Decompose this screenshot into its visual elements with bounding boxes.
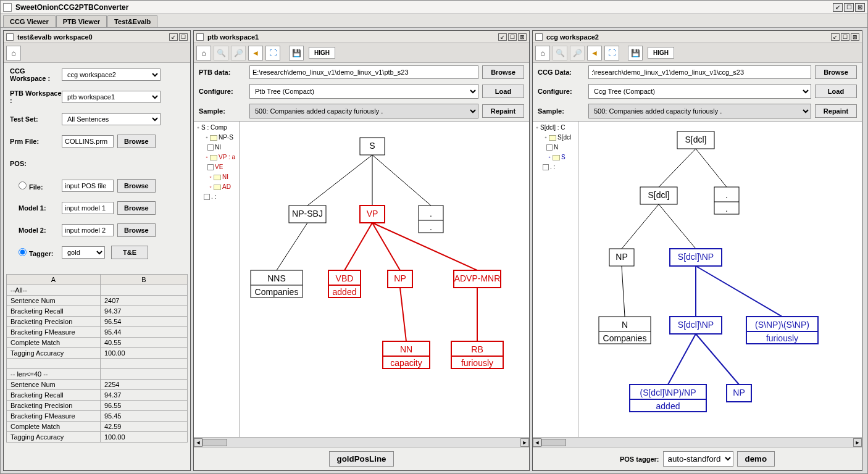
panel-close-icon[interactable]: ⊠ bbox=[518, 33, 527, 41]
tab-ptb-viewer[interactable]: PTB Viewer bbox=[56, 15, 107, 27]
ccg-tree-nav[interactable]: ◦S[dcl] : C◦S[dclN◦S. : bbox=[533, 122, 578, 437]
ccg-browse-button[interactable]: Browse bbox=[815, 65, 857, 79]
home-icon[interactable]: ⌂ bbox=[196, 46, 211, 60]
prm-input[interactable] bbox=[62, 135, 114, 148]
table-row: Sentence Num2254 bbox=[7, 380, 188, 390]
ccg-data-label: CCG Data: bbox=[538, 69, 585, 76]
zoom-in-icon[interactable]: 🔍 bbox=[553, 46, 567, 60]
app-title: SweetOnionCCG2PTBConverter bbox=[15, 3, 128, 12]
ccg-ws-select[interactable]: ccg workspace2 bbox=[62, 69, 161, 81]
zoom-in-icon[interactable]: 🔍 bbox=[214, 46, 228, 60]
tagger-select[interactable]: gold bbox=[62, 246, 105, 259]
panel-test-evalb: test&evalb workspace0 ↙ ☐ ⌂ CCG Workspac… bbox=[3, 30, 191, 471]
panel-ccg: ccg workspace2 ↙ ☐ ⊠ ⌂ 🔍 🔎 ◄ ⛶ 💾 HIGH CC… bbox=[532, 30, 862, 471]
maximize-icon[interactable]: ☐ bbox=[844, 3, 854, 12]
ptb-tree-nav[interactable]: ◦S : Comp◦NP-SNI◦VP : aVE◦NI◦AD. : bbox=[194, 122, 240, 437]
model2-label: Model 2: bbox=[10, 227, 62, 234]
expand-icon[interactable]: ⛶ bbox=[265, 46, 280, 60]
minimize-icon[interactable]: ↙ bbox=[833, 3, 843, 12]
panel-max-icon[interactable]: ☐ bbox=[841, 33, 849, 41]
table-row: Bracketing Recall94.37 bbox=[7, 306, 188, 317]
pos-file-input[interactable] bbox=[62, 180, 114, 192]
svg-text:VBD: VBD bbox=[336, 273, 354, 283]
ptb-ws-select[interactable]: ptb workspace1 bbox=[62, 91, 161, 103]
pos-file-radio[interactable] bbox=[19, 181, 27, 189]
tab-test-evalb[interactable]: Test&Evalb bbox=[107, 15, 157, 27]
svg-text:S: S bbox=[369, 141, 375, 151]
quality-badge: HIGH bbox=[309, 47, 335, 59]
h-scrollbar[interactable]: ◄ ► bbox=[194, 437, 529, 447]
back-icon[interactable]: ◄ bbox=[587, 46, 602, 60]
scroll-left-icon[interactable]: ◄ bbox=[533, 438, 541, 447]
scroll-right-icon[interactable]: ► bbox=[520, 438, 529, 447]
pos-browse-button[interactable]: Browse bbox=[117, 179, 156, 193]
ptb-config-select[interactable]: Ptb Tree (Compact) bbox=[249, 84, 478, 99]
tab-ccg-viewer[interactable]: CCG Viewer bbox=[3, 15, 56, 27]
svg-text:capacity: capacity bbox=[390, 358, 422, 368]
panel-icon bbox=[6, 33, 14, 41]
zoom-out-icon[interactable]: 🔎 bbox=[231, 46, 246, 60]
expand-icon[interactable]: ⛶ bbox=[604, 46, 619, 60]
svg-text:NP-SBJ: NP-SBJ bbox=[292, 209, 323, 218]
scroll-left-icon[interactable]: ◄ bbox=[194, 438, 202, 447]
ccg-config-select[interactable]: Ccg Tree (Compact) bbox=[588, 84, 811, 99]
ptb-data-label: PTB data: bbox=[199, 69, 246, 76]
save-icon[interactable]: 💾 bbox=[628, 46, 643, 60]
svg-line-41 bbox=[622, 204, 659, 249]
ptb-repaint-button[interactable]: Repaint bbox=[482, 104, 524, 118]
svg-line-3 bbox=[277, 223, 307, 270]
scroll-right-icon[interactable]: ► bbox=[853, 438, 862, 447]
panel-close-icon[interactable]: ⊠ bbox=[851, 33, 859, 41]
model2-browse-button[interactable]: Browse bbox=[117, 223, 156, 237]
ccg-load-button[interactable]: Load bbox=[815, 85, 857, 98]
demo-button[interactable]: demo bbox=[737, 451, 775, 467]
model2-input[interactable] bbox=[62, 224, 114, 236]
panel-min-icon[interactable]: ↙ bbox=[169, 33, 178, 41]
panel-max-icon[interactable]: ☐ bbox=[179, 33, 188, 41]
save-icon[interactable]: 💾 bbox=[289, 46, 304, 60]
ptb-load-button[interactable]: Load bbox=[482, 85, 524, 98]
home-icon[interactable]: ⌂ bbox=[535, 46, 550, 60]
ccg-data-input[interactable] bbox=[588, 65, 811, 79]
postagger-select[interactable]: auto-standford bbox=[663, 451, 733, 467]
home-icon[interactable]: ⌂ bbox=[6, 46, 21, 60]
h-scrollbar[interactable]: ◄ ► bbox=[533, 437, 862, 447]
panel-title-text: test&evalb workspace0 bbox=[17, 33, 93, 41]
testset-select[interactable]: All Sentences bbox=[62, 113, 161, 125]
te-button[interactable]: T&E bbox=[111, 246, 148, 259]
panel-min-icon[interactable]: ↙ bbox=[831, 33, 840, 41]
model1-browse-button[interactable]: Browse bbox=[117, 201, 156, 215]
model1-label: Model 1: bbox=[10, 204, 62, 212]
ptb-browse-button[interactable]: Browse bbox=[482, 65, 524, 79]
panel-min-icon[interactable]: ↙ bbox=[498, 33, 507, 41]
ccg-repaint-button[interactable]: Repaint bbox=[815, 104, 857, 118]
svg-text:S[dcl]: S[dcl] bbox=[685, 135, 706, 144]
back-icon[interactable]: ◄ bbox=[248, 46, 263, 60]
quality-badge: HIGH bbox=[648, 47, 674, 59]
svg-text:furiously: furiously bbox=[766, 333, 798, 343]
goldposline-button[interactable]: goldPosLine bbox=[329, 451, 394, 467]
ptb-sample-select[interactable]: 500: Companies added capacity furiously … bbox=[249, 104, 478, 118]
svg-text:NN: NN bbox=[400, 344, 412, 354]
svg-text:VP: VP bbox=[367, 209, 378, 218]
postagger-label: POS tagger: bbox=[620, 455, 659, 463]
prm-browse-button[interactable]: Browse bbox=[117, 135, 156, 148]
ptb-data-input[interactable] bbox=[249, 65, 478, 79]
zoom-out-icon[interactable]: 🔎 bbox=[570, 46, 585, 60]
ccg-tree-view[interactable]: S[dcl]S[dcl]..NPS[dcl]\NPNCompaniesS[dcl… bbox=[578, 122, 862, 437]
table-row: -- len<=40 -- bbox=[7, 369, 188, 380]
svg-text:.: . bbox=[725, 204, 728, 214]
model1-input[interactable] bbox=[62, 202, 114, 214]
pos-tagger-radio[interactable] bbox=[19, 248, 27, 256]
testset-label: Test Set: bbox=[10, 115, 62, 123]
panel-max-icon[interactable]: ☐ bbox=[508, 33, 517, 41]
ccg-sample-select[interactable]: 500: Companies added capacity furiously … bbox=[588, 104, 811, 118]
table-row: Tagging Accuracy100.00 bbox=[7, 348, 188, 359]
close-icon[interactable]: ⊠ bbox=[855, 3, 865, 12]
scroll-thumb[interactable] bbox=[541, 439, 566, 446]
scroll-thumb[interactable] bbox=[202, 439, 227, 446]
panel-ptb: ptb workspace1 ↙ ☐ ⊠ ⌂ 🔍 🔎 ◄ ⛶ 💾 HIGH PT… bbox=[193, 30, 530, 471]
table-row: Sentence Num2407 bbox=[7, 296, 188, 306]
svg-line-42 bbox=[659, 204, 696, 249]
ptb-tree-view[interactable]: SNP-SBJVP..NNSCompaniesVBDaddedNPADVP-MN… bbox=[240, 122, 529, 437]
